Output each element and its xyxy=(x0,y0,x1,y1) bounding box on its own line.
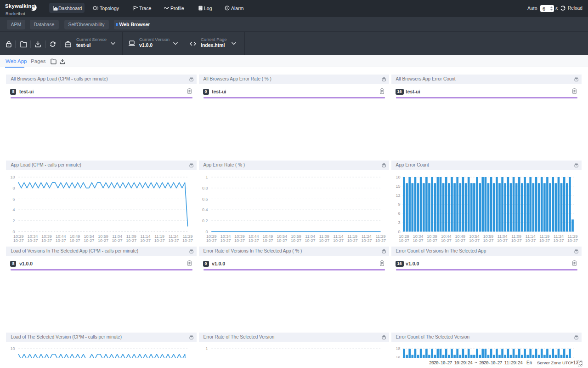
svg-text:10-27: 10-27 xyxy=(511,238,521,242)
svg-text:10-27: 10-27 xyxy=(169,238,179,242)
svg-text:10-27: 10-27 xyxy=(290,238,301,242)
svg-text:6: 6 xyxy=(398,211,400,216)
svg-text:15: 15 xyxy=(396,184,400,188)
svg-text:10-27: 10-27 xyxy=(140,238,151,242)
svg-text:10-27: 10-27 xyxy=(427,238,437,242)
svg-text:10-27: 10-27 xyxy=(347,238,357,242)
svg-text:1: 1 xyxy=(205,346,208,351)
svg-text:10-27: 10-27 xyxy=(567,238,578,242)
svg-text:10-27: 10-27 xyxy=(248,238,259,242)
svg-text:10-27: 10-27 xyxy=(469,238,479,242)
svg-text:10-27: 10-27 xyxy=(70,238,80,242)
svg-text:10-27: 10-27 xyxy=(13,238,24,242)
svg-text:8: 8 xyxy=(13,185,15,190)
svg-text:10-27: 10-27 xyxy=(41,238,52,242)
svg-text:10-27: 10-27 xyxy=(441,238,451,242)
svg-text:10-27: 10-27 xyxy=(413,238,423,242)
svg-text:12: 12 xyxy=(396,193,400,197)
svg-text:0: 0 xyxy=(205,229,208,234)
svg-text:10-27: 10-27 xyxy=(234,238,245,242)
svg-text:9: 9 xyxy=(398,202,400,207)
svg-text:10-27: 10-27 xyxy=(154,238,165,242)
svg-text:0: 0 xyxy=(398,229,400,234)
svg-text:10-27: 10-27 xyxy=(399,238,409,242)
svg-text:18: 18 xyxy=(396,175,400,179)
svg-text:10-27: 10-27 xyxy=(319,238,329,242)
svg-text:10-27: 10-27 xyxy=(361,238,372,242)
svg-text:10-27: 10-27 xyxy=(98,238,108,242)
svg-text:10: 10 xyxy=(11,175,15,179)
svg-text:4: 4 xyxy=(13,207,15,212)
svg-text:0.4: 0.4 xyxy=(202,207,208,212)
svg-text:10-27: 10-27 xyxy=(56,238,66,242)
svg-text:10-27: 10-27 xyxy=(84,238,95,242)
svg-text:0: 0 xyxy=(13,229,15,234)
svg-text:10-27: 10-27 xyxy=(112,238,123,242)
svg-text:2: 2 xyxy=(13,218,15,223)
svg-text:10-27: 10-27 xyxy=(262,238,273,242)
svg-text:10-27: 10-27 xyxy=(277,238,287,242)
svg-text:10-27: 10-27 xyxy=(525,238,536,242)
svg-text:10-27: 10-27 xyxy=(483,238,493,242)
svg-text:10: 10 xyxy=(11,346,15,351)
svg-text:10-27: 10-27 xyxy=(539,238,549,242)
svg-text:10-27: 10-27 xyxy=(333,238,343,242)
svg-text:10-27: 10-27 xyxy=(126,238,137,242)
svg-text:10-27: 10-27 xyxy=(28,238,38,242)
svg-text:10-27: 10-27 xyxy=(305,238,315,242)
svg-text:10-27: 10-27 xyxy=(220,238,231,242)
svg-text:10-27: 10-27 xyxy=(182,238,193,242)
svg-text:18: 18 xyxy=(396,346,400,351)
svg-text:10-27: 10-27 xyxy=(553,238,564,242)
svg-text:1: 1 xyxy=(205,175,208,179)
svg-text:10-27: 10-27 xyxy=(375,238,386,242)
svg-text:6: 6 xyxy=(13,196,15,201)
svg-text:10-27: 10-27 xyxy=(455,238,465,242)
svg-text:10-27: 10-27 xyxy=(206,238,216,242)
svg-text:0.8: 0.8 xyxy=(202,185,208,190)
svg-text:3: 3 xyxy=(398,220,400,224)
svg-text:10-27: 10-27 xyxy=(497,238,508,242)
svg-text:0.6: 0.6 xyxy=(202,196,208,201)
svg-text:0.2: 0.2 xyxy=(202,218,208,223)
